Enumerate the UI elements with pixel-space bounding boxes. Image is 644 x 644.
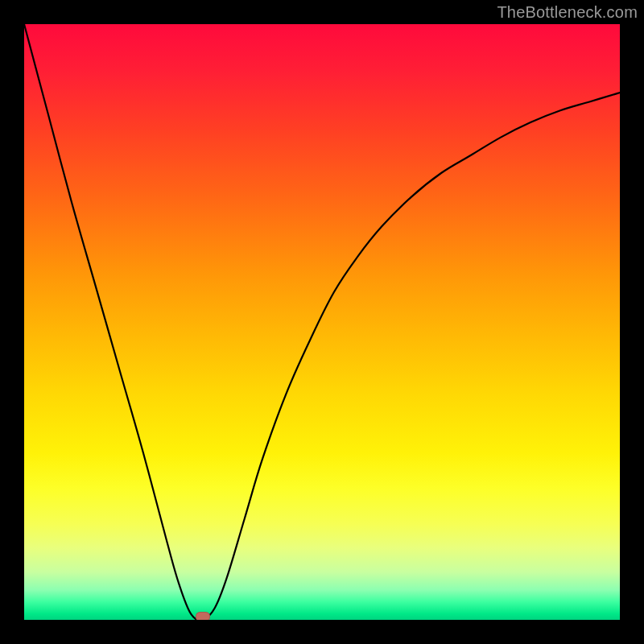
chart-frame: TheBottleneck.com [0,0,644,644]
min-marker [196,612,210,620]
curve-path [24,24,620,620]
plot-area [24,24,620,620]
watermark-text: TheBottleneck.com [497,3,638,22]
bottleneck-curve [24,24,620,620]
